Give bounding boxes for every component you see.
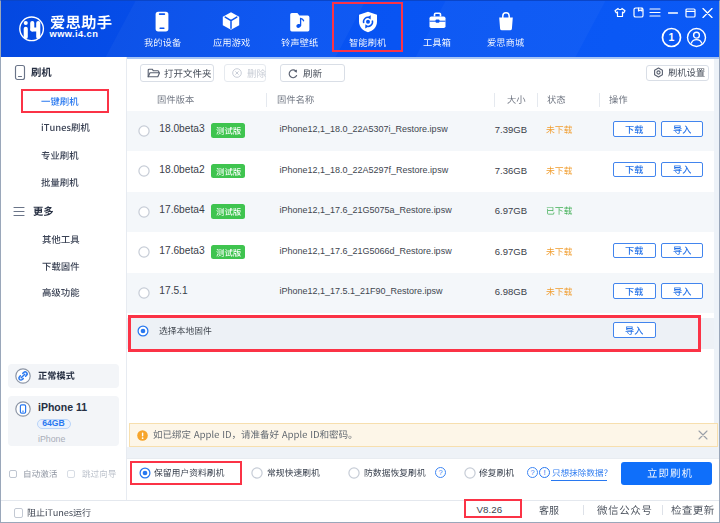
svg-text:!: ! <box>543 468 545 477</box>
svg-text:?: ? <box>530 468 534 477</box>
svg-text:1: 1 <box>669 31 675 43</box>
svg-text:?: ? <box>438 468 442 477</box>
